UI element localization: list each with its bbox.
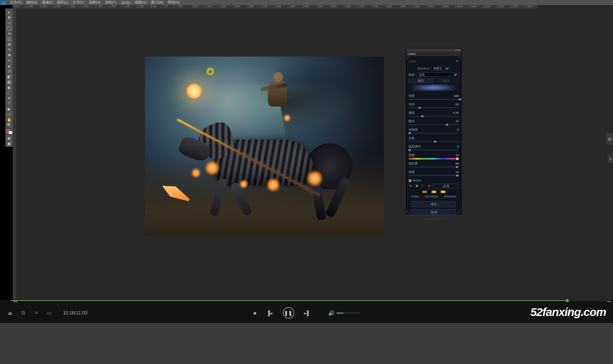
type-tool[interactable]: T: [6, 101, 12, 106]
move-tool[interactable]: ✥: [6, 15, 12, 20]
stop-icon[interactable]: ■: [253, 310, 256, 316]
eraser-tool[interactable]: ◧: [6, 74, 12, 79]
right-dock: [538, 5, 613, 300]
slider-track[interactable]: [409, 175, 459, 176]
screen-mode-icon[interactable]: ▣: [6, 141, 12, 146]
preset-label: 预设:: [409, 73, 415, 77]
magic-wand-tool[interactable]: ✶: [6, 31, 12, 36]
menu-view[interactable]: 视图(V): [133, 0, 149, 5]
slider-track[interactable]: [409, 150, 459, 151]
quick-mask-icon[interactable]: ◉: [6, 135, 12, 141]
slider-value: 14: [455, 153, 459, 157]
color-swatch[interactable]: [6, 130, 12, 134]
eyedropper-tool[interactable]: ✎: [6, 47, 12, 52]
slider-track[interactable]: [409, 133, 459, 134]
menu-type[interactable]: 文字(Y): [70, 0, 86, 5]
shape-tool[interactable]: □: [6, 111, 12, 117]
lasso-tool[interactable]: ◯: [6, 25, 12, 31]
two-window-icon[interactable]: ▸: [6, 9, 12, 15]
dock-tab-properties-icon[interactable]: ▤: [606, 133, 613, 145]
mode-colorize[interactable]: COLORIZE: [425, 195, 439, 198]
dodge-tool[interactable]: ☾: [6, 90, 12, 95]
menu-image[interactable]: 图像(I): [40, 0, 55, 5]
crop-tool[interactable]: ◫: [6, 36, 12, 42]
slider-value: 0: [457, 128, 459, 131]
artboard-tool[interactable]: ▭: [6, 20, 12, 25]
dock-tab-collapse-icon[interactable]: ◂: [608, 155, 613, 163]
slider-value: 100: [454, 94, 459, 98]
slider-track[interactable]: [409, 166, 459, 168]
slider-label: 阈值: [409, 111, 415, 115]
artwork-canvas[interactable]: [145, 57, 384, 236]
menu-layer[interactable]: 图层(L): [55, 0, 70, 5]
slider-track[interactable]: [409, 107, 459, 109]
slider-label: 强度: [409, 94, 415, 98]
menu-edit[interactable]: 编辑(E): [24, 0, 40, 5]
history-brush-tool[interactable]: ↺: [6, 68, 12, 74]
gradient-tool[interactable]: ▦: [6, 79, 12, 85]
prev-icon[interactable]: ▐◂: [266, 310, 272, 316]
slider-track[interactable]: [409, 141, 459, 143]
menu-file[interactable]: 文件(F): [8, 0, 24, 5]
rewind-fwd-icon[interactable]: ▸▸: [608, 299, 611, 303]
mask-erase-icon[interactable]: ✖: [415, 184, 419, 188]
panel-tab[interactable]: Oniric: [406, 52, 461, 56]
menu-select[interactable]: 选择(S): [86, 0, 103, 5]
progress-bar[interactable]: ◂◂ ▸▸: [11, 300, 608, 301]
slider-track[interactable]: [409, 99, 459, 100]
color-swatch-item[interactable]: [432, 191, 436, 193]
brush-tool[interactable]: ✏: [6, 58, 12, 63]
slider-track[interactable]: [409, 124, 459, 126]
volume-slider[interactable]: [337, 312, 360, 314]
menu-help[interactable]: 帮助(H): [166, 0, 182, 5]
slider-value: 74: [455, 120, 459, 123]
bottom-area: [0, 323, 613, 364]
slider-label: 半径: [409, 102, 415, 106]
mode-preview[interactable]: PREVIEW: [444, 195, 456, 198]
save-button[interactable]: 保存: [412, 201, 456, 207]
menu-3d[interactable]: 3D(D): [119, 1, 133, 5]
frame-tool[interactable]: ⊞: [6, 42, 12, 47]
mode-xray[interactable]: X-RAY: [411, 195, 419, 198]
preset-select[interactable]: 流线: [417, 72, 459, 77]
hand-tool[interactable]: ✋: [6, 117, 12, 122]
next-icon[interactable]: ▸▌: [304, 310, 310, 316]
flare-type-select[interactable]: 屏幕剂: [431, 66, 450, 71]
slider-label: 去除紫: [409, 128, 418, 132]
path-select-tool[interactable]: ▶: [6, 106, 12, 111]
app-logo-icon: [1, 0, 5, 5]
volume-icon[interactable]: 🔊: [328, 310, 334, 316]
blur-tool[interactable]: ◉: [6, 85, 12, 90]
minimize-icon[interactable]: [455, 49, 457, 51]
clone-stamp-tool[interactable]: ▲: [6, 63, 12, 68]
slider-track[interactable]: [409, 116, 459, 117]
mask-checkbox[interactable]: [409, 179, 412, 182]
slider-value: 0: [457, 145, 459, 148]
window-mode-icon[interactable]: ⧉: [20, 310, 26, 316]
screenshot-icon[interactable]: ⌗: [33, 310, 39, 316]
eject-icon[interactable]: ⏏: [7, 310, 13, 316]
close-icon[interactable]: [458, 49, 460, 51]
mask-apply-button[interactable]: 应用: [433, 184, 459, 188]
zoom-tool[interactable]: 🔍: [6, 122, 12, 128]
cancel-button[interactable]: 取消: [412, 209, 456, 215]
pip-icon[interactable]: ▭: [46, 310, 52, 316]
cursor-not-allowed-icon: [206, 67, 214, 76]
menu-filter[interactable]: 滤镜(T): [103, 0, 119, 5]
slider-label: 饱和度: [409, 161, 418, 166]
preset-delete-button[interactable]: 删除: [435, 78, 459, 83]
pause-button[interactable]: ❚❚: [282, 307, 294, 319]
color-swatch-item[interactable]: [441, 191, 445, 193]
mask-moon-icon[interactable]: ☾: [421, 184, 425, 188]
slider-track[interactable]: [409, 158, 459, 160]
slider-label: 染色: [409, 136, 415, 140]
preset-save-button[interactable]: 保存: [409, 78, 433, 83]
flare-preview: [409, 85, 459, 91]
mask-rotate-icon[interactable]: ↻: [427, 184, 432, 188]
mask-brush-icon[interactable]: ✎: [409, 184, 413, 188]
menu-window[interactable]: 窗口(W): [149, 0, 166, 5]
color-swatch-item[interactable]: [422, 191, 427, 193]
panel-titlebar[interactable]: [406, 48, 461, 52]
pen-tool[interactable]: ✒: [6, 95, 12, 101]
healing-brush-tool[interactable]: ✚: [6, 52, 12, 58]
